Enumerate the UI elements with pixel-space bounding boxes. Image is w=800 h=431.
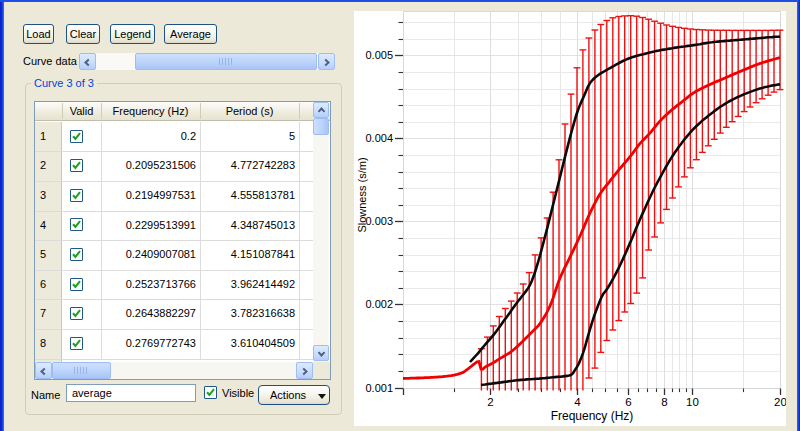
svg-text:8: 8 xyxy=(661,396,667,408)
svg-text:0.002: 0.002 xyxy=(365,298,393,310)
svg-text:Frequency (Hz): Frequency (Hz) xyxy=(551,409,634,423)
svg-text:Slowness (s/m): Slowness (s/m) xyxy=(356,157,368,232)
svg-text:0.001: 0.001 xyxy=(365,382,393,394)
svg-text:6: 6 xyxy=(625,396,631,408)
svg-text:10: 10 xyxy=(686,396,699,408)
svg-text:0.005: 0.005 xyxy=(365,49,393,61)
svg-text:0.003: 0.003 xyxy=(365,215,393,227)
svg-text:0.004: 0.004 xyxy=(365,132,393,144)
svg-text:2: 2 xyxy=(487,396,493,408)
svg-text:4: 4 xyxy=(574,396,581,408)
svg-text:20: 20 xyxy=(774,396,786,408)
